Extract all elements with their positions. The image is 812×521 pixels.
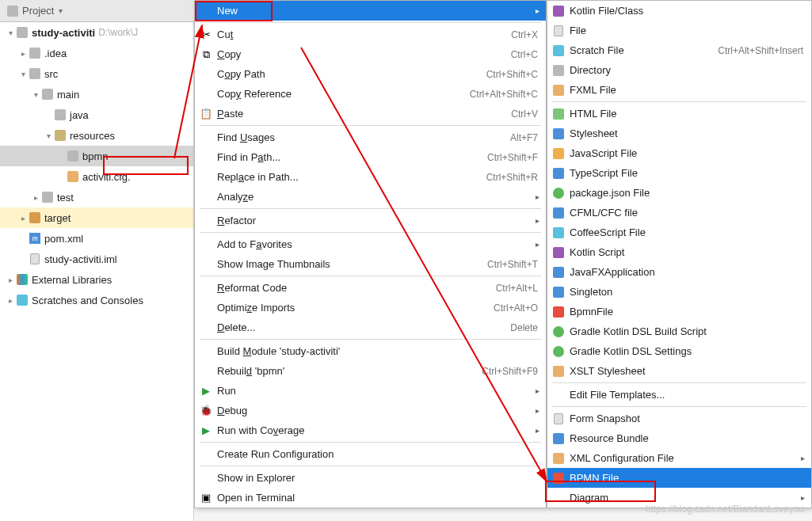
- sub-typescript[interactable]: TypeScript File: [547, 163, 811, 183]
- expand-arrow-icon[interactable]: ▾: [43, 131, 54, 140]
- tree-label: bpmn: [82, 150, 109, 162]
- sub-kotlin-script[interactable]: Kotlin Script: [547, 242, 811, 262]
- menu-show-in-explorer[interactable]: Show in Explorer: [195, 468, 546, 488]
- menu-run[interactable]: ▶ Run ▸: [195, 381, 546, 401]
- sub-label: Stylesheet: [570, 127, 803, 139]
- tree-row-pom[interactable]: m pom.xml: [0, 228, 193, 249]
- sub-stylesheet[interactable]: Stylesheet: [547, 124, 811, 143]
- menu-refactor[interactable]: Refactor ▸: [195, 211, 546, 230]
- sub-kotlin-class[interactable]: Kotlin File/Class: [547, 1, 811, 21]
- menu-cut[interactable]: ✂ Cut Ctrl+X: [195, 25, 546, 44]
- sub-package-json[interactable]: package.json File: [547, 183, 811, 203]
- menu-label: Create Run Configuration: [217, 448, 538, 460]
- sub-html[interactable]: HTML File: [547, 104, 811, 124]
- expand-arrow-icon[interactable]: ▾: [30, 90, 41, 99]
- menu-shortcut: Ctrl+Shift+R: [486, 172, 538, 183]
- sub-edit-templates[interactable]: Edit File Templates...: [547, 385, 811, 405]
- menu-new[interactable]: New ▸: [195, 1, 546, 21]
- sub-xml-config[interactable]: XML Configuration File▸: [547, 448, 811, 468]
- menu-find-in-path[interactable]: Find in Path... Ctrl+Shift+F: [195, 147, 546, 167]
- menu-reformat[interactable]: Reformat Code Ctrl+Alt+L: [195, 278, 546, 298]
- sub-resource-bundle[interactable]: Resource Bundle: [547, 428, 811, 448]
- sub-fxml[interactable]: FXML File: [547, 80, 811, 100]
- tree-row-target[interactable]: ▸ target: [0, 207, 193, 228]
- menu-build-module[interactable]: Build Module 'study-activiti': [195, 341, 546, 361]
- tree-row-scratches[interactable]: ▸ Scratches and Consoles: [0, 290, 193, 310]
- sub-javafx[interactable]: JavaFXApplication: [547, 262, 811, 282]
- menu-copy-path[interactable]: Copy Path Ctrl+Shift+C: [195, 64, 546, 84]
- maven-icon: m: [29, 232, 41, 245]
- sub-xslt[interactable]: XSLT Stylesheet: [547, 361, 811, 381]
- menu-optimize-imports[interactable]: Optimize Imports Ctrl+Alt+O: [195, 298, 546, 318]
- menu-analyze[interactable]: Analyze ▸: [195, 187, 546, 207]
- menu-paste[interactable]: 📋 Paste Ctrl+V: [195, 104, 546, 124]
- menu-debug[interactable]: 🐞 Debug ▸: [195, 401, 546, 420]
- tree-label: External Libraries: [32, 274, 112, 286]
- bundle-icon: [552, 432, 565, 445]
- expand-arrow-icon[interactable]: ▸: [17, 214, 29, 222]
- dropdown-arrow-icon[interactable]: ▾: [59, 6, 63, 15]
- sub-bpmn-file[interactable]: BPMN File: [547, 468, 811, 488]
- sub-javascript[interactable]: JavaScript File: [547, 143, 811, 163]
- menu-copy[interactable]: ⧉ Copy Ctrl+C: [195, 44, 546, 64]
- tree-row-idea[interactable]: ▸ .idea: [0, 43, 193, 63]
- tree-row-external-libraries[interactable]: ▸ External Libraries: [0, 269, 193, 290]
- menu-copy-reference[interactable]: Copy Reference Ctrl+Alt+Shift+C: [195, 84, 546, 104]
- tree-row-src[interactable]: ▾ src: [0, 63, 193, 84]
- tree-label: study-activiti.iml: [44, 253, 117, 265]
- menu-separator: [200, 339, 541, 340]
- submenu-arrow-icon: ▸: [536, 426, 539, 435]
- copy-icon: ⧉: [200, 48, 212, 61]
- sub-gradle-build[interactable]: Gradle Kotlin DSL Build Script: [547, 321, 811, 341]
- tree-row-resources[interactable]: ▾ resources: [0, 125, 193, 146]
- folder-icon: [552, 64, 565, 77]
- menu-find-usages[interactable]: Find Usages Alt+F7: [195, 127, 546, 147]
- expand-arrow-icon[interactable]: ▸: [5, 296, 16, 305]
- sub-directory[interactable]: Directory: [547, 60, 811, 80]
- sub-bpmnfile[interactable]: BpmnFile: [547, 302, 811, 321]
- tree-row-activiti-cfg[interactable]: activiti.cfg.: [0, 166, 193, 187]
- menu-replace-in-path[interactable]: Replace in Path... Ctrl+Shift+R: [195, 167, 546, 187]
- tree-row-test[interactable]: ▸ test: [0, 187, 193, 207]
- expand-arrow-icon[interactable]: ▸: [17, 49, 29, 58]
- sub-label: XSLT Stylesheet: [570, 365, 803, 377]
- menu-create-run-config[interactable]: Create Run Configuration: [195, 444, 546, 464]
- kotlin-icon: [552, 5, 565, 17]
- expand-arrow-icon[interactable]: ▾: [17, 70, 29, 78]
- sub-gradle-settings[interactable]: Gradle Kotlin DSL Settings: [547, 341, 811, 361]
- submenu-arrow-icon: ▸: [801, 493, 805, 502]
- menu-show-thumbnails[interactable]: Show Image Thumbnails Ctrl+Shift+T: [195, 254, 546, 274]
- tree-row-main[interactable]: ▾ main: [0, 84, 193, 105]
- menu-label: Cut: [217, 29, 511, 40]
- menu-separator: [200, 442, 541, 443]
- sub-label: Kotlin Script: [570, 246, 803, 258]
- menu-rebuild[interactable]: Rebuild 'bpmn' Ctrl+Shift+F9: [195, 361, 546, 381]
- menu-separator: [200, 276, 541, 276]
- menu-run-coverage[interactable]: ▶ Run with Coverage ▸: [195, 420, 546, 440]
- menu-add-favorites[interactable]: Add to Favorites ▸: [195, 234, 546, 254]
- tree-row-root[interactable]: ▾ study-activiti D:\work\J: [0, 22, 193, 43]
- js-icon: [552, 147, 565, 160]
- src-folder-icon: [54, 108, 67, 121]
- sub-coffeescript[interactable]: CoffeeScript File: [547, 222, 811, 242]
- cfml-icon: [552, 207, 565, 219]
- tree-row-java[interactable]: java: [0, 105, 193, 125]
- tree-row-iml[interactable]: study-activiti.iml: [0, 249, 193, 269]
- sub-scratch-file[interactable]: Scratch FileCtrl+Alt+Shift+Insert: [547, 40, 811, 60]
- sub-file[interactable]: File: [547, 21, 811, 40]
- sub-singleton[interactable]: Singleton: [547, 282, 811, 302]
- menu-open-terminal[interactable]: ▣ Open in Terminal: [195, 488, 546, 508]
- ts-icon: [552, 167, 565, 180]
- folder-icon: [67, 150, 79, 162]
- menu-label: Copy Path: [217, 68, 486, 80]
- expand-arrow-icon[interactable]: ▸: [5, 276, 16, 284]
- sub-label: CFML/CFC file: [570, 207, 803, 219]
- sub-form-snapshot[interactable]: Form Snapshot: [547, 409, 811, 428]
- expand-arrow-icon[interactable]: ▾: [5, 29, 16, 37]
- tree-row-bpmn[interactable]: bpmn: [0, 146, 193, 166]
- menu-delete[interactable]: Delete... Delete: [195, 318, 546, 337]
- expand-arrow-icon[interactable]: ▸: [30, 193, 41, 202]
- sub-label: package.json File: [570, 187, 803, 199]
- sub-cfml[interactable]: CFML/CFC file: [547, 203, 811, 222]
- bpmn-icon: [552, 306, 565, 318]
